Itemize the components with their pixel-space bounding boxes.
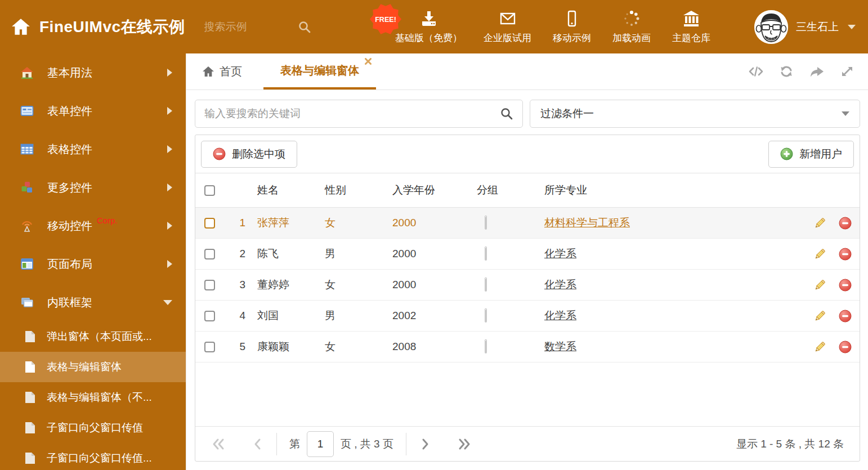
sidebar-item-inline-frame[interactable]: 内联框架	[0, 283, 186, 321]
plus-circle-icon	[780, 147, 793, 160]
edit-pencil-icon[interactable]	[813, 217, 826, 230]
filter-dropdown[interactable]: 过滤条件一	[530, 100, 860, 128]
page-label-suffix: 页 , 共 3 页	[341, 437, 393, 451]
svg-text:FREE!: FREE!	[375, 15, 396, 23]
row-checkbox[interactable]	[204, 311, 215, 321]
grid-toolbar: 删除选中项 新增用户	[195, 135, 860, 173]
sidebar-item-mobile-controls[interactable]: 移动控件 Corp.	[0, 207, 186, 245]
search-icon[interactable]	[500, 107, 513, 120]
sidebar-item-form-controls[interactable]: 表单控件	[0, 92, 186, 130]
header-search-input[interactable]	[204, 21, 289, 33]
sidebar-item-label: 表格控件	[47, 142, 92, 157]
delete-row-icon[interactable]	[839, 341, 852, 353]
edit-pencil-icon[interactable]	[813, 248, 826, 261]
prev-page-icon[interactable]	[252, 438, 264, 450]
sidebar-item-basic-usage[interactable]: 基本用法	[0, 53, 186, 92]
select-all-checkbox[interactable]	[204, 185, 215, 196]
nav-item-enterprise-trial[interactable]: 企业版试用	[484, 10, 531, 44]
table-row[interactable]: 3 董婷婷 女 2000 化学系	[195, 270, 860, 301]
layout-icon	[20, 257, 34, 271]
sidebar-item-label: 表单控件	[47, 104, 92, 119]
chevron-down-icon	[163, 300, 172, 305]
pagination-divider	[406, 433, 406, 455]
row-checkbox[interactable]	[204, 342, 215, 352]
last-page-icon[interactable]	[458, 438, 471, 450]
next-page-icon[interactable]	[419, 438, 431, 450]
major-link[interactable]: 化学系	[544, 310, 576, 321]
page-number-input[interactable]	[307, 431, 334, 457]
minus-circle-icon	[213, 147, 226, 160]
mobile-icon	[563, 10, 581, 28]
table-row[interactable]: 1 张萍萍 女 2000 材料科学与工程系	[195, 208, 860, 239]
first-page-icon[interactable]	[212, 438, 225, 450]
chevron-right-icon	[167, 222, 172, 230]
edit-pencil-icon[interactable]	[813, 279, 826, 292]
major-link[interactable]: 化学系	[544, 248, 576, 259]
sidebar-item-more-controls[interactable]: 更多控件	[0, 168, 186, 207]
refresh-icon[interactable]	[779, 65, 794, 78]
nav-item-loading-animation[interactable]: 加载动画	[612, 10, 651, 44]
delete-selected-button[interactable]: 删除选中项	[201, 141, 297, 168]
free-badge: FREE!	[369, 3, 402, 35]
sidebar-subitem-grid-edit-window[interactable]: 表格与编辑窗体	[0, 352, 186, 382]
nav-label: 加载动画	[612, 32, 651, 44]
nav-item-theme-repo[interactable]: 主题仓库	[672, 10, 710, 44]
major-link[interactable]: 材料科学与工程系	[544, 217, 630, 229]
table-row[interactable]: 4 刘国 男 2002 化学系	[195, 301, 860, 332]
user-menu[interactable]: 三生石上	[754, 10, 856, 44]
nav-item-mobile-demo[interactable]: 移动示例	[553, 10, 591, 44]
sidebar-item-label: 基本用法	[47, 65, 92, 80]
sidebar-subitem-label: 子窗口向父窗口传值...	[47, 451, 152, 465]
cell-gender: 女	[325, 277, 392, 292]
cell-gender: 女	[325, 339, 392, 354]
share-icon[interactable]	[809, 65, 824, 78]
major-link[interactable]: 化学系	[544, 279, 576, 290]
tag-icon	[485, 308, 487, 323]
row-number: 4	[223, 310, 249, 322]
header-search	[204, 20, 311, 34]
edit-pencil-icon[interactable]	[813, 341, 826, 353]
cell-name: 陈飞	[249, 247, 325, 261]
sidebar-item-label: 页面布局	[47, 257, 92, 272]
edit-pencil-icon[interactable]	[813, 310, 826, 323]
table-row[interactable]: 5 康颖颖 女 2008 数学系	[195, 332, 860, 362]
tag-icon	[485, 216, 487, 230]
sidebar-item-grid-controls[interactable]: 表格控件	[0, 130, 186, 168]
expand-icon[interactable]	[840, 65, 854, 78]
home-logo-icon[interactable]	[11, 18, 30, 36]
sidebar-subitem-label: 表格与编辑窗体	[47, 360, 122, 374]
table-icon	[20, 142, 34, 156]
corp-badge: Corp.	[97, 216, 118, 225]
sidebar-subitem-child-to-parent[interactable]: 子窗口向父窗口传值	[0, 413, 186, 443]
keyword-search-input[interactable]	[204, 108, 500, 120]
cell-gender: 男	[325, 247, 392, 261]
form-icon	[20, 104, 34, 118]
search-icon[interactable]	[298, 20, 311, 34]
sidebar-subitem-child-to-parent-2[interactable]: 子窗口向父窗口传值...	[0, 443, 186, 470]
delete-row-icon[interactable]	[839, 310, 852, 323]
source-code-icon[interactable]	[749, 65, 763, 78]
sidebar-subitem-grid-edit-window-2[interactable]: 表格与编辑窗体（不...	[0, 382, 186, 413]
delete-row-icon[interactable]	[839, 217, 852, 230]
bank-icon	[682, 10, 700, 28]
row-checkbox[interactable]	[204, 249, 215, 259]
nav-item-basic-edition[interactable]: FREE! 基础版（免费）	[395, 10, 462, 44]
row-checkbox[interactable]	[204, 280, 215, 290]
tab-home[interactable]: 首页	[202, 53, 242, 89]
close-icon[interactable]	[365, 58, 372, 65]
tag-icon	[485, 277, 487, 292]
tab-home-label: 首页	[220, 64, 242, 79]
delete-row-icon[interactable]	[839, 248, 852, 261]
sidebar-subitem-popup-window[interactable]: 弹出窗体（本页面或...	[0, 321, 186, 352]
file-icon	[25, 452, 35, 464]
table-row[interactable]: 2 陈飞 男 2000 化学系	[195, 239, 860, 270]
row-checkbox[interactable]	[204, 218, 215, 229]
add-user-button[interactable]: 新增用户	[768, 141, 854, 168]
tab-grid-edit-window[interactable]: 表格与编辑窗体	[263, 53, 376, 89]
sidebar-item-page-layout[interactable]: 页面布局	[0, 245, 186, 283]
delete-row-icon[interactable]	[839, 279, 852, 292]
tab-bar: 首页 表格与编辑窗体	[186, 53, 868, 90]
table-header-row: 姓名 性别 入学年份 分组 所学专业	[195, 173, 860, 208]
cell-year: 2000	[392, 248, 477, 260]
major-link[interactable]: 数学系	[544, 341, 576, 352]
